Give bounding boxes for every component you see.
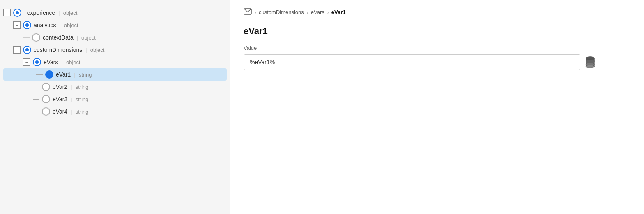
tree-node-analytics[interactable]: − analytics object [0,19,230,31]
node-name-evar4: eVar4 [53,108,67,115]
node-icon-evar3 [42,95,50,103]
field-title: eVar1 [244,26,631,37]
node-type-contextdata: object [77,35,96,41]
node-type-evar1: string [74,72,92,78]
node-icon-evar1 [45,70,53,79]
breadcrumb-sep-3: › [327,9,329,16]
breadcrumb: › customDimensions › eVars › eVar1 [244,8,631,16]
breadcrumb-customdimensions: customDimensions [259,9,304,15]
node-icon-evar4 [42,107,50,116]
schema-tree: − _experience object − analytics object … [0,0,230,214]
node-name-evars: eVars [44,59,58,65]
tree-node-evar3[interactable]: eVar3 string [0,93,230,105]
value-row [244,54,631,70]
node-icon-evars [33,58,41,66]
detail-panel: › customDimensions › eVars › eVar1 eVar1… [230,0,644,214]
node-type-experience: object [58,10,77,16]
node-type-customdimensions: object [85,47,104,53]
breadcrumb-evar1: eVar1 [331,9,346,15]
node-icon-contextdata [32,33,40,42]
database-button[interactable] [584,56,596,69]
collapse-experience[interactable]: − [3,9,11,16]
node-icon-customdimensions [23,46,31,54]
node-name-evar3: eVar3 [53,96,67,102]
breadcrumb-sep-2: › [306,9,308,16]
node-icon-experience [13,9,21,17]
breadcrumb-sep-1: › [254,9,256,16]
collapse-analytics[interactable]: − [13,21,21,29]
node-name-analytics: analytics [34,22,56,28]
envelope-icon [244,8,252,16]
tree-node-evar1[interactable]: eVar1 string [3,68,227,81]
node-name-contextdata: contextData [43,34,74,41]
value-input[interactable] [244,54,580,70]
tree-node-evar2[interactable]: eVar2 string [0,81,230,93]
node-icon-evar2 [42,83,50,91]
breadcrumb-evars: eVars [311,9,324,15]
node-name-evar2: eVar2 [53,84,67,90]
node-name-customdimensions: customDimensions [34,47,82,53]
collapse-evars[interactable]: − [23,58,30,66]
tree-node-experience[interactable]: − _experience object [0,7,230,19]
node-type-evar4: string [71,109,88,115]
node-icon-analytics [23,21,31,29]
node-type-evar3: string [71,96,88,102]
node-type-evars: object [62,59,80,65]
tree-node-evars[interactable]: − eVars object [0,56,230,68]
node-name-experience: _experience [24,9,55,16]
value-label: Value [244,45,631,51]
collapse-customdimensions[interactable]: − [13,46,21,54]
node-name-evar1: eVar1 [56,71,71,78]
tree-node-evar4[interactable]: eVar4 string [0,105,230,118]
svg-point-7 [586,65,594,68]
node-type-analytics: object [59,22,78,28]
tree-node-customdimensions[interactable]: − customDimensions object [0,44,230,56]
tree-node-contextdata[interactable]: contextData object [0,31,230,44]
node-type-evar2: string [71,84,88,90]
